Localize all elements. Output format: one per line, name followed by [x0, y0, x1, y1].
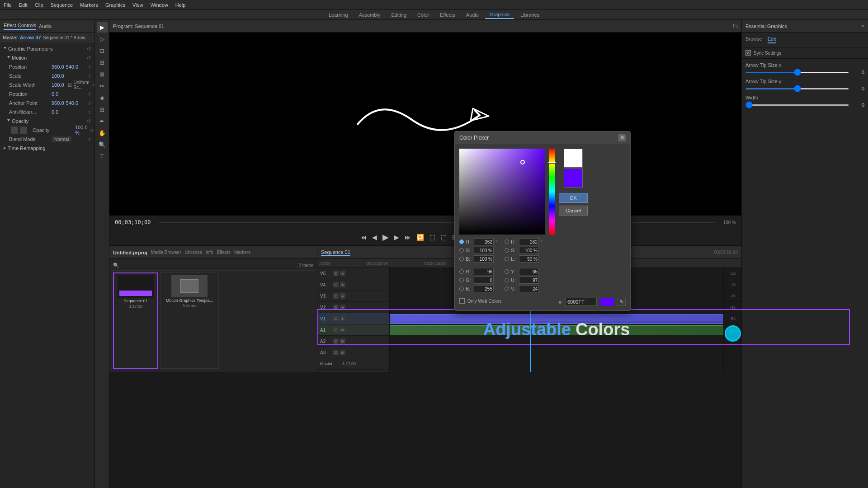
- r-input[interactable]: [474, 268, 494, 275]
- btn-step-back[interactable]: ⏮: [360, 234, 367, 241]
- opacity-param-reset[interactable]: ↺: [90, 128, 93, 133]
- l-input[interactable]: [519, 255, 539, 263]
- template-item[interactable]: Motion Graphics Templa... 5 Items: [160, 272, 219, 369]
- monitor-timecode-value[interactable]: 00;03;10;00: [115, 219, 151, 225]
- color-spectrum[interactable]: [549, 149, 555, 235]
- tool-hand[interactable]: ✋: [97, 127, 108, 138]
- project-tab-markers[interactable]: Markers: [234, 250, 250, 255]
- r-radio[interactable]: [459, 269, 464, 274]
- menu-view[interactable]: View: [132, 2, 143, 8]
- v2-toggle-vis[interactable]: ●: [340, 305, 345, 310]
- position-reset[interactable]: ↺: [87, 65, 91, 70]
- v5-toggle-vis[interactable]: ●: [340, 271, 345, 276]
- menu-help[interactable]: Help: [175, 2, 186, 8]
- dialog-close-btn[interactable]: ✕: [618, 134, 626, 141]
- v1-toggle-sync[interactable]: ⊡: [333, 316, 339, 321]
- rotation-value[interactable]: 0.0: [52, 91, 58, 97]
- u-input[interactable]: [519, 277, 539, 284]
- btn-mark-in[interactable]: ⬚: [429, 234, 435, 241]
- menu-window[interactable]: Window: [151, 2, 168, 8]
- tab-effects[interactable]: Effects: [435, 11, 459, 19]
- s2-input[interactable]: [519, 247, 539, 254]
- project-tab-libraries[interactable]: Libraries: [184, 250, 202, 255]
- tab-graphics[interactable]: Graphics: [485, 11, 514, 19]
- timeline-timecode[interactable]: 00;03;10;00: [714, 250, 738, 255]
- a1-toggle-sync[interactable]: ⊡: [333, 327, 339, 333]
- graphic-params-section[interactable]: Graphic Parameters ↺: [0, 44, 94, 53]
- tab-learning[interactable]: Learning: [324, 11, 353, 19]
- blend-mode-reset[interactable]: ↺: [87, 137, 91, 142]
- tool-rolling-edit[interactable]: ⊞: [97, 57, 108, 68]
- tab-libraries[interactable]: Libraries: [516, 11, 544, 19]
- g-radio[interactable]: [459, 278, 464, 282]
- eg-tab-browse[interactable]: Browse: [745, 36, 762, 43]
- position-x[interactable]: 960.0: [52, 64, 64, 70]
- tab-audio[interactable]: Audio: [462, 11, 483, 19]
- h-input[interactable]: [474, 238, 494, 245]
- scale-value[interactable]: 100.0: [52, 73, 64, 79]
- tool-slip[interactable]: ◈: [97, 92, 108, 103]
- tool-pen[interactable]: ✒: [97, 116, 108, 127]
- menu-sequence[interactable]: Sequence: [51, 2, 73, 8]
- s2-radio[interactable]: [505, 248, 509, 253]
- web-colors-checkbox[interactable]: [459, 298, 465, 304]
- v3-toggle-sync[interactable]: ⊡: [333, 293, 339, 299]
- tool-rate-stretch[interactable]: ⊠: [97, 69, 108, 80]
- eyedropper-button[interactable]: ✎: [618, 298, 626, 306]
- y-radio[interactable]: [505, 269, 509, 274]
- rotation-reset[interactable]: ↺: [87, 92, 91, 97]
- eg-sync-checkbox[interactable]: ✓: [745, 50, 751, 56]
- h-radio[interactable]: [459, 239, 464, 244]
- arrow-tip-y-slider[interactable]: [745, 88, 849, 89]
- opacity-param-value[interactable]: 100.0 %: [75, 125, 88, 136]
- b-radio[interactable]: [459, 257, 464, 261]
- teal-circle-indicator[interactable]: [725, 325, 741, 342]
- scale-width-reset[interactable]: ↺: [91, 83, 94, 88]
- btn-loop[interactable]: 🔁: [416, 234, 424, 241]
- menu-edit[interactable]: Edit: [19, 2, 28, 8]
- btn-play[interactable]: ▶: [382, 232, 389, 242]
- project-tab-info[interactable]: Info: [206, 250, 213, 255]
- v3-toggle-vis[interactable]: ●: [340, 293, 345, 299]
- a3-toggle-mute[interactable]: M: [340, 350, 345, 355]
- h2-radio[interactable]: [505, 239, 509, 244]
- color-gradient[interactable]: [459, 149, 545, 235]
- time-remapping-section[interactable]: Time Remapping: [0, 144, 94, 153]
- menu-file[interactable]: File: [4, 2, 12, 8]
- s-input[interactable]: [474, 247, 494, 254]
- opacity-reset[interactable]: ↺: [87, 118, 91, 124]
- anchor-point-y[interactable]: 540.0: [66, 100, 79, 106]
- anti-flicker-value[interactable]: 0.0: [52, 109, 58, 115]
- v-radio[interactable]: [505, 286, 509, 291]
- a1-clip[interactable]: [390, 325, 723, 335]
- anti-flicker-reset[interactable]: ↺: [87, 110, 91, 115]
- gradient-cursor[interactable]: [520, 160, 525, 164]
- scale-width-value[interactable]: 100.0: [52, 82, 64, 88]
- ok-button[interactable]: OK: [559, 193, 588, 203]
- a2-toggle-mute[interactable]: M: [340, 338, 345, 344]
- motion-reset[interactable]: ↺: [87, 55, 91, 61]
- scale-reset[interactable]: ↺: [87, 74, 91, 79]
- blend-mode-value[interactable]: Normal: [52, 136, 71, 142]
- b2-radio[interactable]: [459, 286, 464, 291]
- tool-type[interactable]: T: [97, 151, 108, 162]
- tool-slide[interactable]: ⊟: [97, 104, 108, 115]
- menu-markers[interactable]: Markers: [80, 2, 98, 8]
- b-input[interactable]: [474, 255, 494, 263]
- tool-razor[interactable]: ✂: [97, 80, 108, 91]
- s-radio[interactable]: [459, 248, 464, 253]
- a1-toggle-mute[interactable]: M: [340, 327, 345, 333]
- tool-select[interactable]: ▶: [97, 22, 108, 33]
- u-radio[interactable]: [505, 278, 509, 282]
- monitor-progress-bar[interactable]: [159, 222, 715, 223]
- menu-graphics[interactable]: Graphics: [105, 2, 125, 8]
- b2-input[interactable]: [474, 285, 494, 292]
- project-tab-media[interactable]: Media Browser: [151, 250, 181, 255]
- v1-clip[interactable]: [390, 314, 723, 324]
- btn-mark-out[interactable]: ⬚: [441, 234, 447, 241]
- cancel-button[interactable]: Cancel: [559, 206, 588, 216]
- effect-controls-tab[interactable]: Effect Controls: [4, 23, 36, 30]
- a3-toggle-sync[interactable]: ⊡: [333, 350, 339, 355]
- sequence-item[interactable]: Sequence 01 3;17;00: [113, 272, 158, 369]
- l-radio[interactable]: [505, 257, 509, 261]
